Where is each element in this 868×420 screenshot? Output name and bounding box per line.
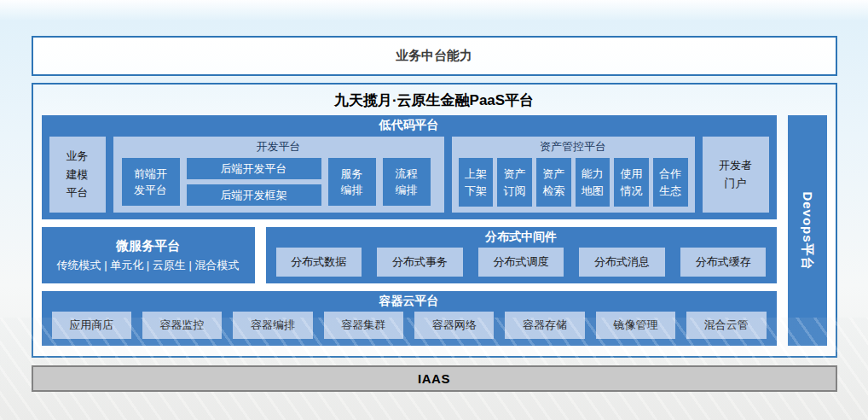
distributed-data-box: 分布式数据: [276, 248, 362, 277]
app-store-box: 应用商店: [52, 312, 131, 339]
container-cloud-row: 应用商店 容器监控 容器编排 容器集群 容器网络 容器存储 镜像管理 混合云管: [42, 309, 777, 346]
section-container-cloud-platform: 容器云平台 应用商店 容器监控 容器编排 容器集群 容器网络 容器存储 镜像管理…: [42, 291, 777, 346]
asset-search-box: 资产 检索: [536, 158, 571, 207]
asset-control-platform-panel: 资产管控平台 上架 下架 资产 订阅 资产 检索 能力 地图 使用 情况 合作 …: [452, 137, 695, 213]
banner-label: 业务中台能力: [396, 48, 472, 64]
section-distributed-middleware: 分布式中间件 分布式数据 分布式事务 分布式调度 分布式消息 分布式缓存: [266, 227, 777, 283]
iaas-bar: IAAS: [32, 365, 837, 392]
devops-label: Devops平台: [799, 191, 815, 270]
image-management-box: 镜像管理: [596, 312, 675, 339]
asset-subscription-box: 资产 订阅: [497, 158, 532, 207]
process-orchestration-box: 流程 编排: [383, 158, 431, 206]
container-cluster-box: 容器集群: [324, 312, 403, 339]
frontend-dev-platform-box: 前端开 发平台: [122, 158, 180, 206]
container-orchestration-box: 容器编排: [233, 312, 312, 339]
asset-platform-row: 上架 下架 资产 订阅 资产 检索 能力 地图 使用 情况 合作 生态: [452, 155, 695, 213]
iaas-label: IAAS: [418, 371, 450, 386]
paas-platform-container: 九天揽月·云原生金融PaaS平台 低代码平台 业务 建模 平台 开发平台 前端开…: [32, 83, 837, 358]
distributed-transaction-box: 分布式事务: [377, 248, 463, 277]
dev-platform-title: 开发平台: [113, 137, 444, 155]
section-microservice-platform: 微服务平台 传统模式 | 单元化 | 云原生 | 混合模式: [42, 227, 255, 283]
microservice-title: 微服务平台: [116, 238, 180, 254]
container-network-box: 容器网络: [414, 312, 494, 339]
architecture-diagram: 业务中台能力 九天揽月·云原生金融PaaS平台 低代码平台 业务 建模 平台 开…: [0, 0, 868, 420]
dev-platform-panel: 开发平台 前端开 发平台 后端开发平台 后端开发框架 服务 编排 流程 编排: [113, 137, 444, 213]
middleware-row: 分布式数据 分布式事务 分布式调度 分布式消息 分布式缓存: [266, 245, 777, 283]
distributed-scheduling-box: 分布式调度: [478, 248, 564, 277]
platform-title: 九天揽月·云原生金融PaaS平台: [33, 85, 836, 115]
asset-onboard-offboard-box: 上架 下架: [459, 158, 494, 207]
backend-stack: 后端开发平台 后端开发框架: [187, 158, 321, 206]
usage-status-box: 使用 情况: [614, 158, 649, 207]
container-storage-box: 容器存储: [505, 312, 584, 339]
middleware-title: 分布式中间件: [266, 227, 777, 245]
section-devops-platform: Devops平台: [788, 115, 827, 346]
developer-portal-box: 开发者 门户: [703, 137, 769, 213]
dev-platform-row: 前端开 发平台 后端开发平台 后端开发框架 服务 编排 流程 编排: [113, 155, 444, 213]
backend-dev-platform-box: 后端开发平台: [187, 158, 321, 179]
distributed-cache-box: 分布式缓存: [680, 248, 767, 277]
lowcode-title: 低代码平台: [42, 115, 777, 133]
platform-content-column: 低代码平台 业务 建模 平台 开发平台 前端开 发平台 后端开发平台 后端开发框…: [42, 115, 777, 346]
backend-dev-framework-box: 后端开发框架: [187, 184, 321, 206]
cooperation-ecosystem-box: 合作 生态: [653, 158, 688, 207]
middle-row: 微服务平台 传统模式 | 单元化 | 云原生 | 混合模式 分布式中间件 分布式…: [42, 227, 777, 283]
asset-platform-title: 资产管控平台: [452, 137, 695, 155]
platform-body: 低代码平台 业务 建模 平台 开发平台 前端开 发平台 后端开发平台 后端开发框…: [33, 115, 836, 356]
capability-map-box: 能力 地图: [576, 158, 610, 207]
distributed-message-box: 分布式消息: [579, 248, 665, 277]
container-cloud-title: 容器云平台: [42, 291, 777, 309]
container-monitoring-box: 容器监控: [142, 312, 222, 339]
lowcode-row: 业务 建模 平台 开发平台 前端开 发平台 后端开发平台 后端开发框架 服务 编…: [42, 133, 777, 219]
business-middle-platform-banner: 业务中台能力: [32, 36, 837, 76]
service-orchestration-box: 服务 编排: [328, 158, 376, 206]
business-modeling-platform-box: 业务 建模 平台: [49, 137, 106, 213]
section-lowcode-platform: 低代码平台 业务 建模 平台 开发平台 前端开 发平台 后端开发平台 后端开发框…: [42, 115, 777, 219]
hybrid-cloud-management-box: 混合云管: [686, 312, 766, 339]
microservice-modes: 传统模式 | 单元化 | 云原生 | 混合模式: [57, 258, 240, 273]
